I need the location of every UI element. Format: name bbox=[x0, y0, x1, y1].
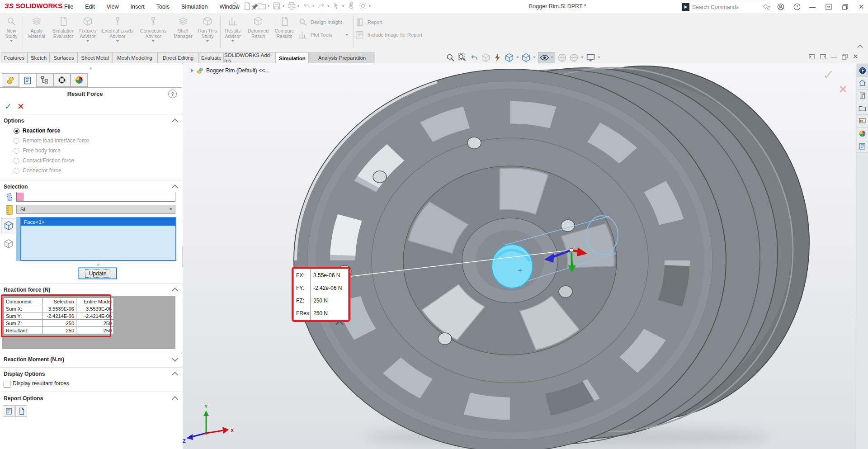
new-study-button[interactable]: New Study bbox=[1, 15, 22, 49]
pane-right-icon[interactable] bbox=[820, 53, 826, 60]
result-force-callout[interactable]: FX: 3.55e-06 N FY: -2.42e-06 N FZ: 250 N… bbox=[292, 267, 350, 322]
copy-table-button[interactable] bbox=[15, 405, 27, 417]
units-select[interactable]: SI bbox=[16, 205, 175, 214]
menu-insert[interactable]: Insert bbox=[130, 3, 146, 11]
feature-tree-flyout[interactable]: Bogger Rim (Default) <<... bbox=[191, 67, 269, 74]
options-gear-icon[interactable] bbox=[359, 1, 368, 10]
menu-edit[interactable]: Edit bbox=[84, 3, 96, 11]
ok-button[interactable]: ✓ bbox=[5, 101, 12, 112]
menu-tools[interactable]: Tools bbox=[156, 3, 170, 11]
pane-left-icon[interactable] bbox=[808, 53, 815, 60]
radio-label[interactable]: Reaction force bbox=[23, 128, 60, 134]
tab-direct-editing[interactable]: Direct Editing bbox=[157, 52, 199, 63]
select-dropdown[interactable]: ▾ bbox=[342, 4, 344, 8]
scene-icon[interactable] bbox=[569, 53, 579, 62]
selection-collapse-icon[interactable] bbox=[172, 184, 178, 191]
tab-surfaces[interactable]: Surfaces bbox=[50, 52, 78, 63]
menu-view[interactable]: View bbox=[106, 3, 120, 11]
user-account-icon[interactable] bbox=[776, 2, 786, 12]
radio-label[interactable]: Free body force bbox=[23, 147, 61, 154]
tab-display-manager[interactable] bbox=[71, 73, 88, 87]
radio-label[interactable]: Remote load interface force bbox=[23, 137, 89, 144]
tab-configuration-manager[interactable] bbox=[36, 73, 53, 87]
restore-icon[interactable] bbox=[840, 2, 850, 12]
taskpane-design-library-button[interactable] bbox=[857, 90, 868, 102]
graphics-viewport[interactable]: Y X Z Bogger Rim (Default) <<... ✓ × FX:… bbox=[183, 63, 856, 449]
list-resize-grip[interactable] bbox=[97, 264, 99, 266]
view-settings-icon[interactable] bbox=[586, 53, 595, 62]
confirm-cancel-button[interactable]: × bbox=[839, 81, 847, 97]
new-document-icon[interactable] bbox=[242, 1, 251, 10]
run-this-study-button[interactable]: Run This Study bbox=[196, 15, 219, 49]
hide-show-items-button[interactable] bbox=[538, 52, 555, 63]
scene-dropdown[interactable] bbox=[581, 57, 584, 58]
tree-node-label[interactable]: Bogger Rim (Default) <<... bbox=[206, 67, 269, 74]
new-dropdown[interactable]: ▾ bbox=[253, 4, 255, 8]
print-dropdown[interactable]: ▾ bbox=[297, 4, 299, 8]
tab-features[interactable]: Features bbox=[1, 52, 28, 63]
search-input[interactable]: Search Commands bbox=[690, 4, 763, 10]
options-collapse-icon[interactable] bbox=[172, 118, 178, 125]
external-loads-advisor-button[interactable]: External Loads Advisor bbox=[99, 15, 136, 49]
display-style-dropdown[interactable] bbox=[533, 57, 536, 58]
tab-sketch[interactable]: Sketch bbox=[28, 52, 50, 63]
report-options-header[interactable]: Report Options bbox=[4, 395, 43, 402]
tab-mesh-modeling[interactable]: Mesh Modeling bbox=[112, 52, 157, 63]
panel-grip[interactable] bbox=[90, 67, 92, 70]
viewport-minimize-icon[interactable]: — bbox=[831, 53, 837, 60]
radio-reaction-force[interactable] bbox=[14, 128, 19, 134]
reaction-force-collapse-icon[interactable] bbox=[172, 288, 178, 294]
open-dropdown[interactable]: ▾ bbox=[268, 4, 269, 8]
tab-sheet-metal[interactable]: Sheet Metal bbox=[78, 52, 112, 63]
tab-property-manager[interactable] bbox=[19, 73, 36, 88]
face-filter-button[interactable] bbox=[1, 218, 16, 233]
selection-header[interactable]: Selection bbox=[4, 184, 28, 190]
attachment-icon[interactable] bbox=[347, 1, 356, 10]
viewport-restore-icon[interactable] bbox=[841, 53, 848, 60]
shell-manager-button[interactable]: Shell Manager bbox=[171, 15, 195, 49]
radio-free-body-force[interactable] bbox=[14, 148, 19, 154]
reaction-force-header[interactable]: Reaction force (N) bbox=[4, 287, 50, 293]
connections-advisor-button[interactable]: Connections Advisor bbox=[137, 15, 170, 49]
display-resultant-forces-checkbox[interactable] bbox=[4, 381, 10, 388]
print-icon[interactable] bbox=[287, 1, 296, 10]
reaction-moment-expand-icon[interactable] bbox=[172, 355, 178, 362]
simulation-evaluator-button[interactable]: Simulation Evaluator bbox=[51, 15, 76, 49]
tab-evaluate[interactable]: Evaluate bbox=[199, 52, 224, 63]
display-style-icon[interactable] bbox=[521, 53, 531, 62]
display-options-collapse-icon[interactable] bbox=[172, 372, 178, 378]
tab-solidworks-add-ins[interactable]: SOLIDWORKS Add-Ins bbox=[224, 52, 276, 63]
open-icon[interactable] bbox=[257, 1, 266, 10]
callout-collapse-icon[interactable] bbox=[335, 320, 344, 326]
taskpane-file-explorer-button[interactable] bbox=[857, 102, 868, 115]
options-dropdown[interactable]: ▾ bbox=[369, 4, 371, 8]
zoom-to-fit-icon[interactable] bbox=[446, 53, 455, 62]
section-view-icon[interactable] bbox=[481, 53, 491, 62]
display-options-header[interactable]: Display Options bbox=[4, 371, 45, 377]
selection-filter-input[interactable] bbox=[16, 192, 175, 202]
redo-dropdown[interactable]: ▾ bbox=[327, 4, 329, 8]
design-insight-button[interactable]: Design Insight bbox=[298, 18, 348, 27]
view-orientation-dropdown[interactable] bbox=[516, 57, 519, 58]
update-button[interactable]: Update bbox=[79, 268, 117, 279]
tab-analysis-preparation[interactable]: Analysis Preparation bbox=[309, 52, 375, 63]
options-header[interactable]: Options bbox=[4, 118, 24, 124]
include-image-for-report-button[interactable]: Include Image for Report bbox=[355, 30, 422, 39]
selected-faces-list[interactable]: Face<1> bbox=[20, 217, 176, 261]
search-commands-box[interactable]: Search Commands ▾ bbox=[681, 2, 770, 12]
radio-label[interactable]: Connector force bbox=[23, 167, 61, 174]
help-icon[interactable]: ? bbox=[168, 90, 177, 98]
tab-dimxpert-manager[interactable] bbox=[53, 73, 71, 87]
expand-arrow-icon[interactable] bbox=[191, 68, 193, 73]
annotations-icon[interactable] bbox=[493, 53, 502, 62]
tab-feature-tree[interactable] bbox=[2, 73, 19, 87]
undo-dropdown[interactable]: ▾ bbox=[312, 4, 314, 8]
menu-file[interactable]: File bbox=[63, 3, 74, 11]
radio-label[interactable]: Contact/Friction force bbox=[23, 157, 74, 164]
viewport-close-icon[interactable]: ✕ bbox=[853, 52, 859, 61]
close-icon[interactable]: ✕ bbox=[856, 2, 866, 12]
save-table-button[interactable] bbox=[3, 405, 14, 417]
menu-simulation[interactable]: Simulation bbox=[180, 3, 208, 11]
collapse-ribbon-icon[interactable] bbox=[858, 43, 862, 51]
fixtures-advisor-button[interactable]: Fixtures Advisor bbox=[77, 15, 99, 49]
